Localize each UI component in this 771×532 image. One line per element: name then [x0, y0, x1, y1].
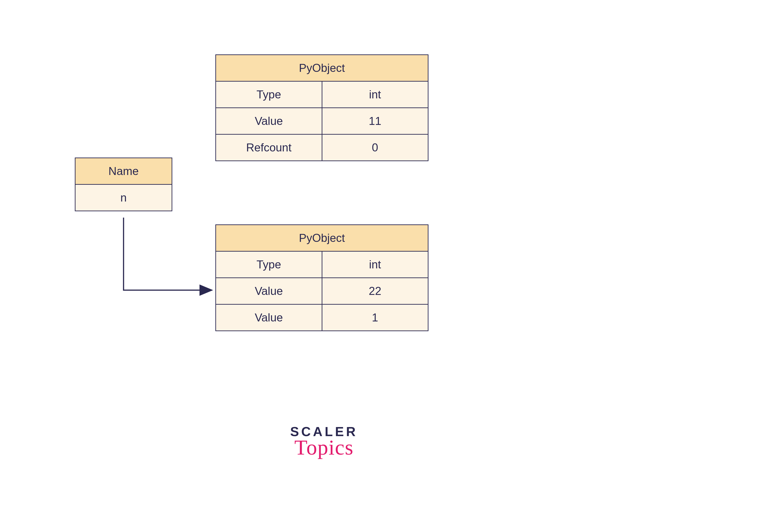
pyobject-1-row2-label: Refcount: [216, 135, 322, 160]
pyobject-1-row1-label: Value: [216, 108, 322, 134]
table-row: Type int: [216, 82, 428, 108]
pyobject-1-header: PyObject: [216, 55, 428, 82]
name-box-header: Name: [75, 158, 172, 185]
name-box: Name n: [75, 158, 172, 211]
pyobject-2-row2-label: Value: [216, 305, 322, 330]
pyobject-box-2: PyObject Type int Value 22 Value 1: [215, 224, 428, 331]
pyobject-2-row1-value: 22: [322, 278, 428, 304]
table-row: Value 11: [216, 108, 428, 135]
pyobject-1-row1-value: 11: [322, 108, 428, 134]
pyobject-1-row0-label: Type: [216, 82, 322, 107]
scaler-topics-logo: SCALER Topics: [290, 424, 358, 459]
pyobject-2-row2-value: 1: [322, 305, 428, 330]
pyobject-box-1: PyObject Type int Value 11 Refcount 0: [215, 54, 428, 161]
name-box-value: n: [75, 185, 172, 211]
pyobject-2-header: PyObject: [216, 225, 428, 252]
table-row: Refcount 0: [216, 135, 428, 160]
pyobject-2-row0-value: int: [322, 252, 428, 277]
table-row: Value 22: [216, 278, 428, 305]
pyobject-2-row0-label: Type: [216, 252, 322, 277]
arrow-icon: [120, 218, 218, 299]
pyobject-1-row0-value: int: [322, 82, 428, 107]
name-box-row: n: [75, 185, 172, 211]
pyobject-1-row2-value: 0: [322, 135, 428, 160]
diagram-canvas: Name n PyObject Type int Value 11 Refcou…: [0, 0, 771, 532]
table-row: Value 1: [216, 305, 428, 330]
pyobject-2-row1-label: Value: [216, 278, 322, 304]
logo-line2: Topics: [290, 435, 358, 459]
table-row: Type int: [216, 252, 428, 278]
